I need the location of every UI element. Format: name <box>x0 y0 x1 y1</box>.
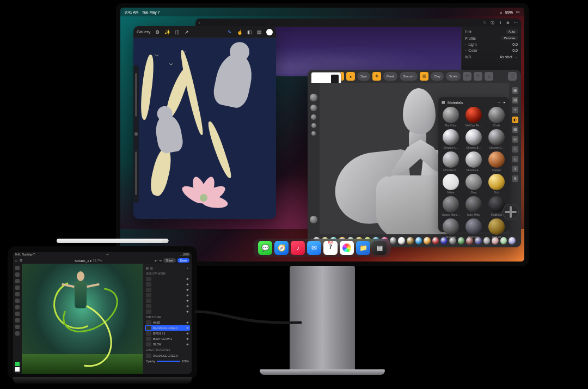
smudge-tool-icon[interactable] <box>15 312 20 316</box>
tool-pill[interactable]: Sym <box>357 72 370 81</box>
wb-value[interactable]: As shot <box>500 55 512 59</box>
files-app[interactable]: 📁 <box>356 241 370 255</box>
more-icon[interactable]: ⋯ <box>514 21 518 25</box>
section-header[interactable]: NICK OFF WORK <box>145 271 190 276</box>
material-swatch[interactable]: Grey <box>463 174 484 194</box>
move-tool-icon[interactable] <box>15 266 20 270</box>
ipad-multitask-icon[interactable]: ⋯ <box>106 253 109 256</box>
color-label[interactable]: Color <box>468 48 510 52</box>
undo-icon[interactable]: ↶ <box>155 259 157 263</box>
panel-material-icon[interactable]: ◐ <box>512 117 518 123</box>
tool-pill[interactable]: Scale <box>446 72 461 81</box>
material-swatch[interactable]: Chrome E… <box>463 151 484 172</box>
layer-row[interactable]: 👁 <box>145 276 190 282</box>
panel-stroke-icon[interactable]: ∿ <box>512 146 518 153</box>
shelf-material[interactable] <box>398 237 405 245</box>
panel-pressure-icon[interactable]: ⎋ <box>512 156 518 162</box>
section-header[interactable]: STRUCTURE <box>145 314 190 320</box>
brush-opacity-slider[interactable] <box>135 151 137 195</box>
safari-app[interactable]: 🧭 <box>274 241 289 255</box>
adjust-icon[interactable]: ⊛ <box>506 21 510 25</box>
layer-row[interactable]: HAZE👁 <box>145 320 190 325</box>
tool-undo-button[interactable]: ↶ <box>463 72 471 81</box>
shelf-material[interactable] <box>432 237 439 245</box>
brush-icon[interactable]: ✎ <box>227 29 232 35</box>
panel-settings-icon[interactable]: ⚙ <box>512 175 518 182</box>
material-swatch[interactable]: Chalk <box>486 107 507 127</box>
grid-icon[interactable]: ▦ <box>442 100 445 105</box>
tool-redo-button[interactable]: ↷ <box>474 72 482 81</box>
layer-row[interactable]: 👁 <box>145 303 190 309</box>
material-swatch[interactable]: Flat Color <box>440 107 461 127</box>
tool-pill[interactable]: Clay <box>431 72 444 81</box>
selection-icon[interactable]: ◫ <box>174 29 180 35</box>
picker-tool-icon[interactable] <box>15 331 20 336</box>
mail-app[interactable]: ✉ <box>307 241 321 255</box>
layer-row[interactable]: 👁 <box>145 282 190 287</box>
fill-tool-icon[interactable] <box>15 305 20 309</box>
material-swatch[interactable]: Normal <box>486 218 507 239</box>
material-swatch[interactable]: Chrome D… <box>440 151 461 172</box>
messages-app[interactable]: 💬 <box>258 241 272 255</box>
more-icon[interactable]: ⋯ <box>498 100 501 105</box>
zoom-level[interactable]: 12.7% <box>93 259 102 262</box>
procreate-canvas[interactable]: ⌵ ⌵ ⌵ <box>133 38 276 219</box>
layer-row[interactable]: 👁 <box>145 298 190 303</box>
layer-row[interactable]: 👁 <box>145 309 190 314</box>
share-icon[interactable]: ⇪ <box>499 21 502 25</box>
procreate-window[interactable]: Gallery ⚙ ✨ ◫ ↗ ✎ ☝ ◧ ▤ <box>133 26 276 219</box>
shape-tool-icon[interactable] <box>15 318 20 323</box>
actions-wrench-icon[interactable]: ⚙ <box>155 29 160 35</box>
material-swatch[interactable]: Chrome A… <box>440 129 461 149</box>
home-icon[interactable]: ⌂ <box>15 259 17 262</box>
material-swatch[interactable]: Matt_Milky <box>463 196 484 216</box>
favorite-icon[interactable]: ♡ <box>483 21 486 25</box>
layers-panel[interactable]: ▤ ◫ ＋ NICK OFF WORK 👁👁👁👁👁👁👁 STRUCTURE HA… <box>143 264 192 374</box>
navigation-puck[interactable] <box>503 204 519 220</box>
brush-size-slider[interactable] <box>135 73 137 117</box>
bg-color-swatch[interactable] <box>15 367 20 372</box>
shelf-material[interactable] <box>424 237 431 245</box>
music-app[interactable]: ♪ <box>291 241 305 255</box>
launchpad-app[interactable]: ▦ <box>372 241 387 255</box>
layers-icon[interactable]: ▤ <box>256 29 262 35</box>
light-label[interactable]: Light <box>468 42 510 46</box>
menu-icon[interactable]: ☰ <box>20 259 22 263</box>
layer-row[interactable]: 👁 <box>145 293 190 298</box>
calendar-app[interactable]: TUE7 <box>323 241 338 255</box>
layer-row[interactable]: BIRDS / 2👁 <box>145 331 190 336</box>
wifi-icon[interactable]: ⏚ <box>500 10 502 14</box>
shelf-material[interactable] <box>407 237 414 245</box>
brush-preview[interactable] <box>311 123 316 128</box>
channels-tab-icon[interactable]: ◫ <box>150 266 153 270</box>
transform-tool-icon[interactable] <box>15 272 20 277</box>
color-swatch[interactable] <box>266 29 273 35</box>
material-swatch[interactable]: MatCap Re… <box>463 107 484 127</box>
layer-row[interactable]: GLOW👁 <box>145 342 190 347</box>
tool-brush-button[interactable]: ● <box>346 72 355 81</box>
tool-pill[interactable]: Smooth <box>400 72 418 81</box>
paint-tool-icon[interactable] <box>15 285 20 290</box>
layer-row[interactable]: RADIANCE GREEN👁 <box>145 325 190 331</box>
adjust-wand-icon[interactable]: ✨ <box>164 29 170 35</box>
material-swatch[interactable]: Matte <box>440 174 461 194</box>
sculpt-window[interactable]: ＋ ● Sym ✥ Mask Smooth ▥ Clay Scale ↶ ↷ ⌂… <box>308 70 521 247</box>
add-layer-icon[interactable]: ＋ <box>186 266 189 270</box>
panel-scene-icon[interactable]: ▣ <box>512 87 518 94</box>
brush-preview[interactable] <box>311 131 316 136</box>
photos-app[interactable] <box>340 241 354 255</box>
lasso-tool-icon[interactable] <box>15 279 20 283</box>
tool-menu-button[interactable]: ☰ <box>508 72 517 81</box>
brush-preview[interactable] <box>310 216 317 223</box>
move-icon[interactable]: ↗ <box>184 29 189 35</box>
chevron-right-icon[interactable]: › <box>465 42 466 46</box>
back-icon[interactable]: ‹ <box>199 21 200 25</box>
tool-camera-button[interactable]: ⌂ <box>485 72 493 81</box>
erase-tool-icon[interactable] <box>15 299 20 303</box>
material-swatch[interactable]: Waxed Marb… <box>440 196 461 216</box>
panel-light-icon[interactable]: ☀ <box>512 107 518 113</box>
panel-render-icon[interactable]: ▦ <box>512 126 518 133</box>
paint-canvas[interactable] <box>22 264 143 374</box>
close-icon[interactable]: ▸ <box>504 100 506 105</box>
brush-preview[interactable] <box>311 114 316 120</box>
